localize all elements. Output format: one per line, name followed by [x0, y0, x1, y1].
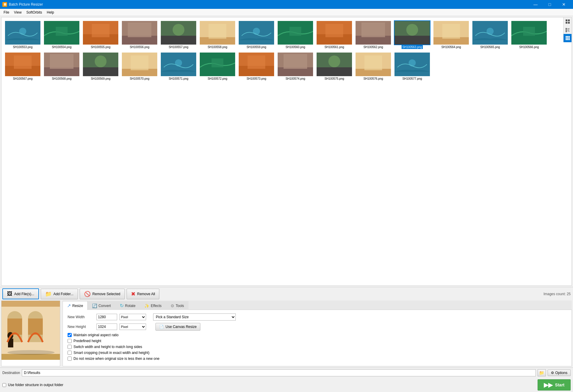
- smart-crop-checkbox[interactable]: [68, 351, 72, 355]
- tab-resize[interactable]: ↗ Resize: [63, 301, 88, 310]
- thumb-wrapper: [122, 21, 157, 45]
- menu-file[interactable]: File: [1, 10, 12, 15]
- gallery-item[interactable]: SH100562.png: [354, 20, 392, 50]
- maintain-aspect-checkbox[interactable]: [68, 333, 72, 337]
- add-folder-button[interactable]: 📁 Add Folder...: [41, 289, 78, 299]
- gallery-item[interactable]: SH100555.png: [82, 20, 119, 50]
- gallery-item[interactable]: SH100575.png: [315, 51, 353, 82]
- gallery-item[interactable]: SH100566.png: [510, 20, 548, 50]
- predefined-height-checkbox[interactable]: [68, 339, 72, 343]
- gallery-item[interactable]: SH100553.png: [4, 20, 42, 50]
- gallery-item[interactable]: SH100574.png: [276, 51, 314, 82]
- tab-effects[interactable]: ✨ Effects: [140, 301, 166, 310]
- menu-softorbits[interactable]: SoftOrbits: [24, 10, 44, 15]
- thumb-label: SH100566.png: [518, 45, 540, 49]
- thumb-wrapper: [83, 53, 118, 76]
- no-resize-smaller-row: Do not resize when original size is less…: [68, 357, 567, 361]
- start-button[interactable]: ▶▶ Start: [538, 379, 571, 391]
- gallery-item[interactable]: SH100570.png: [121, 51, 158, 82]
- menu-help[interactable]: Help: [45, 10, 57, 15]
- width-input[interactable]: [96, 314, 117, 320]
- thumb-label: SH100555.png: [90, 45, 112, 49]
- smart-crop-row: Smart cropping (result in exact width an…: [68, 351, 567, 355]
- gallery-item[interactable]: SH100557.png: [160, 20, 197, 50]
- gallery-item[interactable]: SH100559.png: [238, 20, 275, 50]
- switch-sides-checkbox[interactable]: [68, 345, 72, 349]
- gallery-item[interactable]: SH100564.png: [432, 20, 470, 50]
- thumb-label: SH100571.png: [168, 77, 189, 81]
- svg-rect-79: [567, 36, 568, 37]
- add-files-button[interactable]: 🖼 Add File(s)...: [2, 288, 39, 299]
- thumb-svg: [356, 53, 391, 76]
- thumb-svg: [433, 21, 469, 45]
- use-folder-checkbox[interactable]: [2, 383, 6, 387]
- view-grid-button[interactable]: [564, 34, 572, 42]
- thumb-wrapper: [239, 53, 274, 76]
- footer-bar: Use folder structure in output folder ▶▶…: [0, 378, 573, 392]
- gallery-item[interactable]: SH100569.png: [82, 51, 119, 82]
- preview-scene: [1, 301, 60, 366]
- close-button[interactable]: ✕: [557, 0, 571, 9]
- view-list-button[interactable]: [564, 26, 572, 34]
- view-large-icon-button[interactable]: [564, 17, 572, 26]
- width-unit-select[interactable]: Pixel Percent Inch cm: [119, 314, 146, 320]
- destination-browse-icon: 📁: [539, 370, 544, 375]
- svg-rect-76: [566, 31, 567, 32]
- gallery-item[interactable]: SH100573.png: [238, 51, 275, 82]
- canvas-resize-button[interactable]: 📄 Use Canvas Resize: [155, 323, 200, 331]
- tab-convert[interactable]: 🔄 Convert: [88, 301, 115, 310]
- svg-rect-47: [131, 55, 148, 70]
- svg-rect-31: [442, 24, 460, 39]
- resize-tab-label: Resize: [72, 304, 83, 308]
- tab-rotate[interactable]: ↻ Rotate: [115, 301, 140, 310]
- resize-tab-icon: ↗: [67, 303, 71, 308]
- gallery-item[interactable]: SH100554.png: [43, 20, 81, 50]
- svg-rect-57: [284, 54, 307, 69]
- gallery-container[interactable]: SH100553.pngSH100554.pngSH100555.pngSH10…: [1, 17, 572, 286]
- gallery-item[interactable]: SH100577.png: [393, 51, 431, 82]
- no-resize-smaller-checkbox[interactable]: [68, 357, 72, 361]
- thumb-svg: [44, 21, 79, 45]
- thumb-svg: [394, 53, 430, 76]
- app-title: Batch Picture Resizer: [9, 2, 43, 6]
- menu-view[interactable]: View: [12, 10, 24, 15]
- thumb-wrapper: [5, 21, 40, 45]
- minimize-button[interactable]: —: [529, 0, 542, 9]
- svg-rect-80: [569, 36, 570, 37]
- gallery-item[interactable]: SH100561.png: [315, 20, 353, 50]
- gallery-item[interactable]: SH100567.png: [4, 51, 42, 82]
- thumb-label: SH100565.png: [479, 45, 501, 49]
- thumb-svg: [44, 53, 79, 76]
- gallery-item[interactable]: SH100565.png: [471, 20, 509, 50]
- maximize-button[interactable]: □: [543, 0, 556, 9]
- destination-browse-button[interactable]: 📁: [538, 369, 546, 376]
- gallery-item[interactable]: SH100568.png: [43, 51, 81, 82]
- thumb-label: SH100574.png: [285, 77, 306, 81]
- height-unit-select[interactable]: Pixel Percent Inch cm: [119, 324, 146, 330]
- standard-size-select[interactable]: Pick a Standard Size 800x600 1024x768 12…: [153, 313, 236, 321]
- thumb-svg: [83, 53, 118, 76]
- rotate-tab-label: Rotate: [125, 304, 135, 308]
- gallery-item[interactable]: SH100556.png: [121, 20, 158, 50]
- gallery-item[interactable]: SH100576.png: [354, 51, 392, 82]
- svg-rect-77: [567, 31, 570, 32]
- right-toolbar: [563, 17, 572, 42]
- options-button[interactable]: ⚙ Options: [548, 370, 571, 376]
- gallery-item[interactable]: SH100558.png: [199, 20, 236, 50]
- tab-tools[interactable]: ⚙ Tools: [166, 301, 189, 310]
- destination-input[interactable]: [22, 369, 536, 376]
- svg-rect-68: [566, 22, 567, 24]
- gallery-item[interactable]: SH100572.png: [199, 51, 236, 82]
- thumb-label: SH100577.png: [402, 77, 423, 81]
- gallery-item[interactable]: SH100571.png: [160, 51, 197, 82]
- thumb-svg: [122, 53, 157, 76]
- convert-tab-label: Convert: [99, 304, 111, 308]
- svg-rect-73: [566, 30, 567, 31]
- svg-rect-9: [128, 22, 151, 37]
- gallery-item[interactable]: SH100560.png: [276, 20, 314, 50]
- remove-selected-button[interactable]: 🚫 Remove Selected: [80, 289, 125, 299]
- remove-all-button[interactable]: ✖ Remove All: [127, 289, 160, 299]
- thumb-wrapper: [356, 21, 391, 45]
- gallery-item[interactable]: SH100563.png: [393, 20, 431, 50]
- height-input[interactable]: [96, 324, 117, 330]
